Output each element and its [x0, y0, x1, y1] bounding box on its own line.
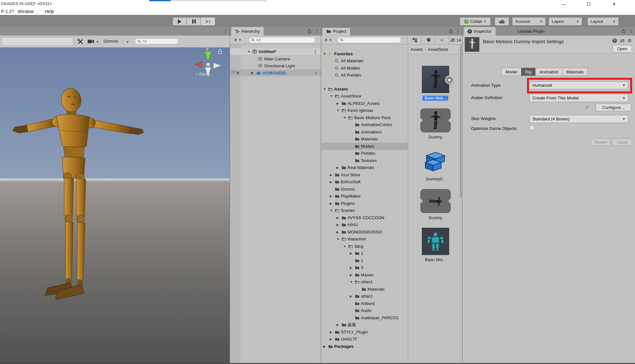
- expand-arrow[interactable]: ▼: [350, 280, 355, 284]
- animation-type-dropdown[interactable]: Humanoid ▼: [529, 81, 628, 89]
- project-tree-item[interactable]: Prefabs: [321, 150, 408, 157]
- project-scrollbar[interactable]: [460, 44, 462, 364]
- project-tree-item[interactable]: Textures: [321, 157, 408, 164]
- lock-icon[interactable]: [449, 29, 453, 33]
- project-tree-item[interactable]: matterpak_PARCO1: [321, 314, 408, 321]
- hierarchy-item-main-camera[interactable]: Main Camera: [230, 55, 321, 62]
- project-tree-item[interactable]: Audio: [321, 307, 408, 314]
- visibility-eye-icon[interactable]: [231, 71, 235, 74]
- project-tree-item[interactable]: ▶PlayMaker: [321, 193, 408, 200]
- expand-arrow[interactable]: ▼: [336, 237, 341, 241]
- layers-button[interactable]: Layers▼: [549, 17, 582, 26]
- project-tree-item[interactable]: ▶Real Materials: [321, 164, 408, 172]
- gear-icon[interactable]: ⚙: [628, 38, 632, 43]
- project-tree-item[interactable]: ▶BzKovSoft: [321, 179, 408, 186]
- project-tree-item[interactable]: ▶森羅: [321, 321, 408, 329]
- asset-item[interactable]: Dummy: [420, 108, 451, 139]
- asset-item[interactable]: Dummy: [420, 189, 451, 220]
- project-tree-item[interactable]: 2: [321, 257, 408, 264]
- project-tree-item[interactable]: ▶other2: [321, 293, 408, 300]
- expand-arrow[interactable]: ▼: [247, 50, 252, 53]
- optimize-checkbox[interactable]: [530, 125, 534, 130]
- project-tree-item[interactable]: ▶STYLY_Plugin: [321, 328, 408, 336]
- project-tree-item[interactable]: ▶Packages: [321, 343, 408, 350]
- kebab-menu-icon[interactable]: ⋮: [314, 29, 319, 34]
- project-tree-item[interactable]: ▶1: [321, 250, 408, 257]
- expand-arrow[interactable]: ▶: [336, 323, 341, 327]
- tab-model[interactable]: Model: [501, 68, 521, 76]
- project-tree-item[interactable]: ▶MONDOGROSSO: [321, 228, 408, 236]
- favorites-star-button[interactable]: ★: [435, 36, 449, 44]
- lock-icon[interactable]: [218, 49, 222, 54]
- project-tree-item[interactable]: ▼3dcg: [321, 243, 408, 250]
- expand-arrow[interactable]: ▼: [336, 109, 341, 112]
- expand-arrow[interactable]: ▶: [336, 223, 341, 226]
- camera-icon[interactable]: [88, 39, 95, 44]
- menu-item-version[interactable]: F-1.27: [1, 9, 14, 14]
- tab-rig[interactable]: Rig: [521, 68, 536, 76]
- breadcrumb-assetstore[interactable]: AssetStore: [428, 47, 448, 52]
- open-button[interactable]: Open: [613, 45, 632, 52]
- skin-weights-dropdown[interactable]: Standard (4 Bones) ▼: [529, 115, 628, 123]
- project-tree-item[interactable]: ▶HIHU: [321, 221, 408, 229]
- avatar-definition-dropdown[interactable]: Create From This Model ▼: [529, 94, 628, 102]
- hierarchy-item-directional-light[interactable]: Directional Light: [230, 62, 321, 69]
- tab-materials[interactable]: Materials: [562, 68, 588, 76]
- project-tree-item[interactable]: ▶AVYSS COCCOON: [321, 214, 408, 221]
- project-tree-item[interactable]: ▼AssetStore: [321, 93, 408, 100]
- configure-button[interactable]: Configure...: [596, 104, 631, 111]
- expand-arrow[interactable]: ▶: [350, 266, 355, 269]
- project-tree-item[interactable]: Materials: [321, 286, 408, 293]
- tab-update-plugin[interactable]: Update Plugin: [514, 27, 549, 36]
- scene-search-input[interactable]: All: [135, 38, 179, 44]
- chevron-down-icon[interactable]: ▼: [329, 38, 332, 42]
- project-tree-item[interactable]: ▶UniGLTF: [321, 336, 408, 343]
- step-button[interactable]: [201, 17, 215, 26]
- expand-arrow[interactable]: ▶: [330, 173, 335, 177]
- expand-arrow[interactable]: ▼: [330, 209, 335, 212]
- expand-arrow[interactable]: ▶: [350, 252, 355, 255]
- scene-tool-strip[interactable]: [2, 37, 73, 46]
- project-tree-item[interactable]: Artbord: [321, 300, 408, 307]
- lock-icon[interactable]: [307, 29, 312, 33]
- project-tree-item[interactable]: ▼Assets: [321, 85, 408, 93]
- project-tree-item[interactable]: All Models: [321, 64, 408, 72]
- breadcrumb-assets[interactable]: Assets: [410, 47, 423, 52]
- project-tree-item[interactable]: ▶3: [321, 264, 408, 272]
- play-button[interactable]: [172, 17, 187, 26]
- expand-arrow[interactable]: ▼: [323, 87, 328, 91]
- hidden-count-button[interactable]: 14: [449, 36, 462, 44]
- expand-arrow[interactable]: ▶: [336, 166, 341, 169]
- humanoid-model[interactable]: [0, 48, 230, 364]
- presets-icon[interactable]: [620, 39, 625, 43]
- minimize-button[interactable]: —: [555, 0, 571, 8]
- project-tree-item[interactable]: ▶ALP8310_Assets: [321, 100, 408, 107]
- expand-badge-icon[interactable]: [445, 76, 454, 84]
- apply-button[interactable]: Apply: [612, 138, 632, 146]
- project-tree-item[interactable]: ▶Master: [321, 271, 408, 279]
- project-tree-item[interactable]: Animations: [321, 128, 408, 136]
- hierarchy-item-humanoid[interactable]: ▶ HUMANOID >: [230, 69, 321, 76]
- chevron-right-icon[interactable]: >: [314, 71, 317, 75]
- create-button[interactable]: +: [324, 37, 328, 43]
- search-by-type-button[interactable]: [408, 36, 421, 44]
- menu-item-help[interactable]: Help: [45, 9, 54, 14]
- expand-arrow[interactable]: ▶: [330, 330, 335, 334]
- expand-arrow[interactable]: ▶: [330, 194, 335, 198]
- scene-viewport[interactable]: y <Persp: [0, 48, 230, 364]
- scrollbar-thumb[interactable]: [460, 45, 462, 198]
- expand-arrow[interactable]: ▶: [330, 180, 335, 184]
- chevron-down-icon[interactable]: ▼: [126, 40, 129, 44]
- expand-arrow[interactable]: ▶: [330, 337, 335, 341]
- project-tree-item[interactable]: Gizmos: [321, 185, 408, 193]
- help-icon[interactable]: ?: [612, 38, 617, 43]
- perspective-label[interactable]: <Persp: [196, 72, 210, 77]
- search-by-label-button[interactable]: [421, 36, 435, 44]
- expand-arrow[interactable]: ▶: [251, 71, 256, 75]
- chevron-down-icon[interactable]: ▼: [239, 38, 241, 42]
- tab-animation[interactable]: Animation: [535, 68, 563, 76]
- hierarchy-search-input[interactable]: All: [248, 37, 316, 43]
- hierarchy-scene-root[interactable]: ▼ Untitled* ⋮: [230, 48, 321, 55]
- expand-arrow[interactable]: ▼: [343, 116, 348, 119]
- project-search-input[interactable]: [337, 37, 401, 43]
